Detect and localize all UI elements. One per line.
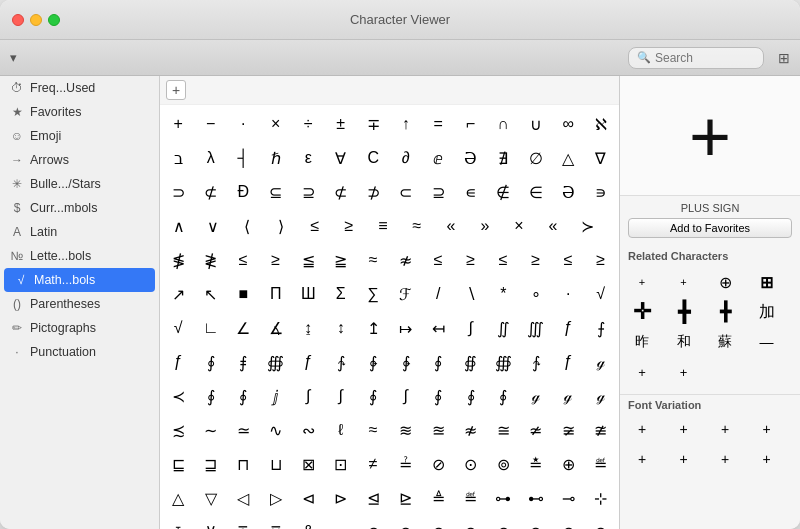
char-cell[interactable]: ≡ (366, 209, 400, 243)
add-to-favorites-button[interactable]: Add to Favorites (628, 218, 792, 238)
font-var-char[interactable]: + (670, 415, 698, 443)
char-cell[interactable]: ⊗ (422, 515, 455, 529)
char-cell[interactable]: ∠ (227, 311, 260, 345)
font-var-char[interactable]: + (753, 415, 781, 443)
related-char[interactable]: 昨 (628, 328, 656, 356)
char-cell[interactable]: ⊘ (422, 447, 455, 481)
char-cell[interactable]: ≈ (357, 243, 390, 277)
font-var-char[interactable]: + (628, 445, 656, 473)
char-cell[interactable]: ⊡ (325, 447, 358, 481)
char-cell[interactable]: ≃ (227, 413, 260, 447)
char-cell[interactable]: ≸ (162, 243, 195, 277)
char-cell[interactable]: ƒ (162, 345, 195, 379)
char-cell[interactable]: ⊔ (260, 447, 293, 481)
char-cell[interactable]: ∿ (260, 413, 293, 447)
char-cell[interactable]: ∇ (585, 141, 618, 175)
char-cell[interactable]: ≟ (390, 447, 423, 481)
char-cell[interactable]: ≧ (325, 243, 358, 277)
char-cell[interactable]: ∑ (357, 277, 390, 311)
char-cell[interactable]: ℘ (325, 515, 358, 529)
char-cell[interactable]: ↕ (325, 311, 358, 345)
char-cell[interactable]: ↗ (162, 277, 195, 311)
char-cell[interactable]: ≤ (487, 243, 520, 277)
related-char[interactable]: + (670, 268, 698, 296)
char-cell[interactable]: ∞ (552, 107, 585, 141)
char-cell[interactable]: ∰ (260, 345, 293, 379)
char-cell[interactable]: ⊓ (227, 447, 260, 481)
char-cell[interactable]: ⊜ (585, 515, 618, 529)
maximize-button[interactable] (48, 14, 60, 26)
char-cell[interactable]: ⊂ (390, 175, 423, 209)
char-cell[interactable]: ℏ (260, 141, 293, 175)
char-cell[interactable]: ∓ (357, 107, 390, 141)
char-cell[interactable]: ⊴ (357, 481, 390, 515)
related-char[interactable]: — (753, 328, 781, 356)
char-cell[interactable]: ■ (227, 277, 260, 311)
related-char[interactable]: ╋ (711, 298, 739, 326)
char-cell[interactable]: · (227, 107, 260, 141)
char-cell[interactable]: ⊙ (487, 515, 520, 529)
char-cell[interactable]: ⨎ (227, 345, 260, 379)
char-cell[interactable]: ⊷ (520, 481, 553, 515)
search-box[interactable]: 🔍 (628, 47, 764, 69)
char-cell[interactable]: ≆ (552, 413, 585, 447)
char-cell[interactable]: ∂ (390, 141, 423, 175)
char-cell[interactable]: ∡ (260, 311, 293, 345)
char-cell[interactable]: √ (162, 311, 195, 345)
search-input[interactable] (655, 51, 755, 65)
char-cell[interactable]: √ (585, 277, 618, 311)
char-cell[interactable]: ∯ (455, 345, 488, 379)
font-var-char[interactable]: + (628, 415, 656, 443)
char-cell[interactable]: ∖ (455, 277, 488, 311)
char-cell[interactable]: ⊕ (357, 515, 390, 529)
related-char[interactable]: 和 (670, 328, 698, 356)
char-cell[interactable]: ⊇ (292, 175, 325, 209)
char-cell[interactable]: ≇ (585, 413, 618, 447)
related-char[interactable]: 加 (753, 298, 781, 326)
char-cell[interactable]: ≅ (487, 413, 520, 447)
sidebar-item-letterlike[interactable]: №Lette...bols (0, 244, 159, 268)
add-category-button[interactable]: + (166, 80, 186, 100)
char-cell[interactable]: ℊ (585, 345, 618, 379)
char-cell[interactable]: ≹ (195, 243, 228, 277)
char-cell[interactable]: ∫ (325, 379, 358, 413)
char-cell[interactable]: ≝ (455, 481, 488, 515)
char-cell[interactable]: ≄ (520, 413, 553, 447)
char-cell[interactable]: ∊ (455, 175, 488, 209)
char-cell[interactable]: ƒ (552, 311, 585, 345)
char-cell[interactable]: ↑ (390, 107, 423, 141)
char-cell[interactable]: · (552, 277, 585, 311)
char-cell[interactable]: ℓ (325, 413, 358, 447)
char-cell[interactable]: ℊ (552, 379, 585, 413)
char-cell[interactable]: ∪ (520, 107, 553, 141)
minimize-button[interactable] (30, 14, 42, 26)
char-cell[interactable]: ∫ (292, 379, 325, 413)
font-var-char[interactable]: + (711, 415, 739, 443)
char-cell[interactable]: ∈ (520, 175, 553, 209)
char-cell[interactable]: ⊃ (162, 175, 195, 209)
char-cell[interactable]: ≊ (422, 413, 455, 447)
char-cell[interactable]: ≺ (162, 379, 195, 413)
char-cell[interactable]: Ш (292, 277, 325, 311)
char-cell[interactable]: ┤ (227, 141, 260, 175)
char-cell[interactable]: ⊽ (260, 515, 293, 529)
char-cell[interactable]: △ (162, 481, 195, 515)
char-cell[interactable]: ∫ (455, 311, 488, 345)
char-cell[interactable]: ∮ (195, 345, 228, 379)
close-button[interactable] (12, 14, 24, 26)
char-cell[interactable]: ∅ (520, 141, 553, 175)
char-cell[interactable]: ƒ (292, 345, 325, 379)
sidebar-item-parentheses[interactable]: ()Parentheses (0, 292, 159, 316)
char-cell[interactable]: ≈ (357, 413, 390, 447)
char-cell[interactable]: ⊺ (162, 515, 195, 529)
char-cell[interactable]: » (468, 209, 502, 243)
char-cell[interactable]: ⊹ (585, 481, 618, 515)
char-cell[interactable]: ⟨ (230, 209, 264, 243)
char-cell[interactable]: ↦ (390, 311, 423, 345)
char-cell[interactable]: ∮ (422, 345, 455, 379)
char-cell[interactable]: ◁ (227, 481, 260, 515)
char-cell[interactable]: ⊸ (552, 481, 585, 515)
char-cell[interactable]: Σ (325, 277, 358, 311)
char-cell[interactable]: ∳ (390, 345, 423, 379)
sidebar-item-favorites[interactable]: ★Favorites (0, 100, 159, 124)
